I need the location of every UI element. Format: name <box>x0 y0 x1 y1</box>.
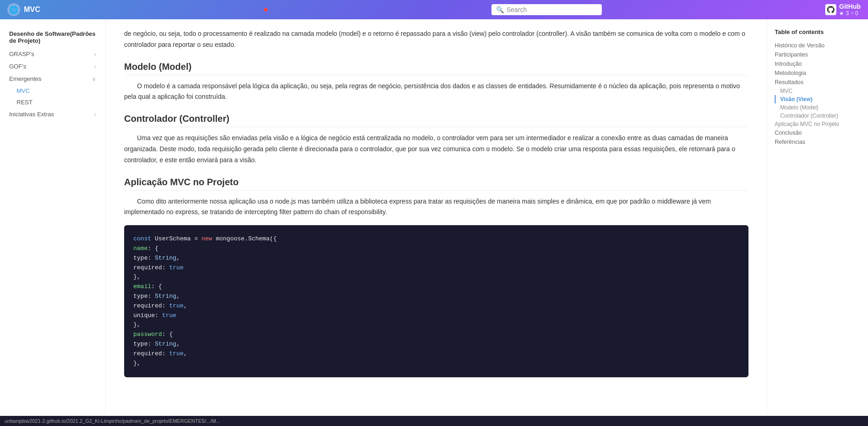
page-layout: Desenho de Software(Padrões de Projeto) … <box>0 19 868 426</box>
chevron-right-icon: › <box>94 51 96 57</box>
code-block: const UserSchema = new mongoose.Schema({… <box>124 225 748 377</box>
toc-sub-item-controlador[interactable]: Controlador (Controller) <box>775 112 861 120</box>
toc-item-introducao[interactable]: Introdução <box>775 59 861 68</box>
sidebar-item-gofs[interactable]: GOF's › <box>0 60 105 73</box>
code-line-9: unique: true <box>133 311 739 321</box>
section-model-title: Modelo (Model) <box>124 62 748 75</box>
code-line-4: required: true <box>133 263 739 273</box>
code-line-1: const UserSchema = new mongoose.Schema({ <box>133 234 739 244</box>
chevron-right-icon: › <box>94 63 96 70</box>
code-line-5: }, <box>133 273 739 282</box>
code-line-12: type: String, <box>133 340 739 349</box>
toc-sub-item-visao[interactable]: Visão (View) <box>775 95 861 103</box>
search-placeholder: Search <box>507 6 527 13</box>
toc-item-participantes[interactable]: Participantes <box>775 50 861 59</box>
toc-sub-item-mvc[interactable]: MVC <box>775 87 861 95</box>
sidebar-item-iniciativas[interactable]: Iniciativas Extras › <box>0 108 105 120</box>
github-icon <box>825 4 836 15</box>
search-icon: 🔍 <box>496 6 504 13</box>
app-paragraph: Como dito anteriormente nossa aplicação … <box>124 196 748 218</box>
github-stats: ★ 3 ⑂ 0 <box>839 10 861 17</box>
code-line-10: }, <box>133 320 739 330</box>
toc-item-metodologia[interactable]: Metodologia <box>775 68 861 78</box>
toc-item-historico[interactable]: Histórico de Versão <box>775 41 861 50</box>
code-line-14: }, <box>133 359 739 369</box>
sidebar-section-title: Desenho de Software(Padrões de Projeto) <box>0 28 105 48</box>
section-app-title: Aplicação MVC no Projeto <box>124 177 748 191</box>
code-line-8: required: true, <box>133 301 739 311</box>
code-line-6: email: { <box>133 282 739 292</box>
sidebar-item-emergentes[interactable]: Emergentes ∨ <box>0 73 105 85</box>
navbar-dot <box>264 8 268 11</box>
sidebar: Desenho de Software(Padrões de Projeto) … <box>0 19 106 426</box>
site-logo-icon: 🌐 <box>7 3 20 16</box>
status-bar: unbarqdsw2021-2.github.io/2021.2_G2_Ki-L… <box>0 416 868 426</box>
search-bar[interactable]: 🔍 Search <box>491 4 602 15</box>
toc-sub-item-modelo[interactable]: Modelo (Model) <box>775 103 861 112</box>
navbar-title: MVC <box>24 6 40 14</box>
main-content: de negócio, ou seja, todo o processament… <box>106 19 767 426</box>
sidebar-item-grasps[interactable]: GRASP's › <box>0 48 105 60</box>
github-label: GitHub <box>839 3 861 10</box>
chevron-down-icon: ∨ <box>92 76 96 82</box>
code-line-3: type: String, <box>133 254 739 263</box>
sidebar-sub-item-mvc[interactable]: MVC <box>0 85 105 97</box>
status-url: unbarqdsw2021-2.github.io/2021.2_G2_Ki-L… <box>5 418 220 424</box>
toc-panel: Table of contents Histórico de Versão Pa… <box>767 19 868 426</box>
code-line-7: type: String, <box>133 292 739 301</box>
code-line-13: required: true, <box>133 349 739 359</box>
navbar: 🌐 MVC 🔍 Search GitHub ★ 3 ⑂ 0 <box>0 0 868 19</box>
toc-item-resultados[interactable]: Resultados <box>775 78 861 87</box>
toc-item-referencias[interactable]: Referências <box>775 137 861 147</box>
code-line-11: password: { <box>133 330 739 340</box>
intro-paragraph: de negócio, ou seja, todo o processament… <box>124 28 748 51</box>
toc-sub-item-aplicacao[interactable]: Aplicação MVC no Projeto <box>775 120 861 128</box>
section-controller-title: Controlador (Controller) <box>124 114 748 127</box>
navbar-logo[interactable]: 🌐 MVC <box>7 3 40 16</box>
code-line-2: name: { <box>133 244 739 254</box>
github-link[interactable]: GitHub ★ 3 ⑂ 0 <box>825 3 861 17</box>
model-paragraph: O modelo é a camada responsável pela lóg… <box>124 81 748 103</box>
toc-item-conclusao[interactable]: Conclusão <box>775 128 861 137</box>
toc-title: Table of contents <box>775 28 861 35</box>
chevron-right-icon: › <box>94 111 96 118</box>
sidebar-sub-item-rest[interactable]: REST <box>0 97 105 108</box>
controller-paragraph: Uma vez que as requisições são enviadas … <box>124 133 748 165</box>
